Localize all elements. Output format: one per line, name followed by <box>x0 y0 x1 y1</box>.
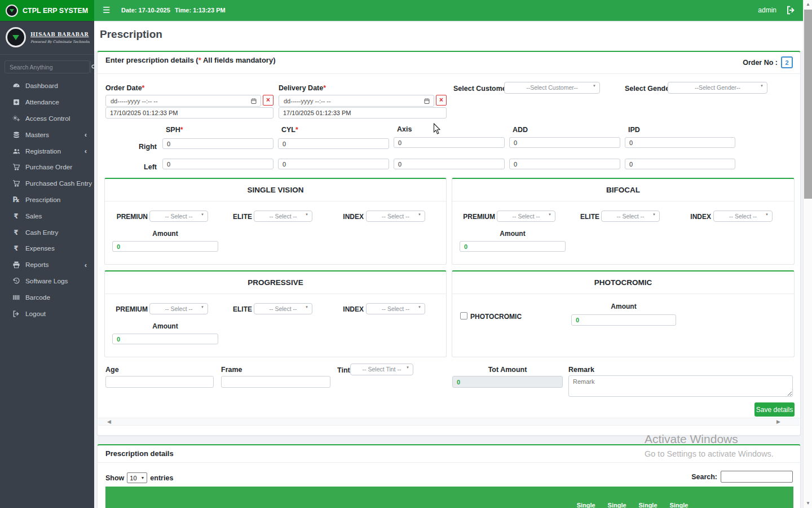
table-search-input[interactable] <box>721 471 793 483</box>
column-header-add[interactable]: ADD▲▼ <box>473 487 498 508</box>
left-sph-input[interactable] <box>162 159 273 169</box>
column-header-bifocal[interactable]: Bifocal▲▼ <box>697 487 729 508</box>
column-header-sl-[interactable]: Sl.▲▼ <box>105 487 127 508</box>
bifocal-amount-input[interactable] <box>460 241 566 252</box>
remark-textarea[interactable] <box>568 375 793 397</box>
left-axis-input[interactable] <box>394 159 505 169</box>
progressive-index-select[interactable]: -- Select --▼ <box>366 303 425 314</box>
column-header-blank[interactable]: ▲▼ <box>294 487 317 508</box>
sidebar-item-logout[interactable]: Logout <box>0 305 94 322</box>
column-header-single-vision[interactable]: Single Vision▲▼ <box>573 487 604 508</box>
single-vision-elite-select[interactable]: -- Select --▼ <box>254 211 312 222</box>
age-input[interactable] <box>105 376 214 388</box>
chevron-down-icon: ▼ <box>201 213 204 216</box>
add-column-label: ADD <box>513 126 528 134</box>
left-ipd-input[interactable] <box>625 159 735 169</box>
column-header-add[interactable]: ADD▲▼ <box>498 487 524 508</box>
column-header-cyl[interactable]: CYL▲▼ <box>392 487 418 508</box>
right-sph-input[interactable] <box>162 138 273 149</box>
sidebar-item-purchased-cash-entry[interactable]: Purchased Cash Entry <box>0 176 94 192</box>
scrollbar-thumb[interactable] <box>804 10 812 199</box>
progressive-premium-select[interactable]: -- Select --▼ <box>149 303 208 314</box>
bifocal-elite-select[interactable]: -- Select --▼ <box>601 211 660 222</box>
remark-label: Remark <box>568 366 594 374</box>
logout-icon[interactable] <box>786 5 796 15</box>
column-header-sph[interactable]: SPH▲▼ <box>342 487 367 508</box>
right-axis-input[interactable] <box>394 137 505 148</box>
sidebar-item-reports[interactable]: Reports‹ <box>0 257 94 273</box>
column-header-axis[interactable]: AXIS▲▼ <box>445 487 473 508</box>
single-vision-amount-input[interactable] <box>112 241 218 252</box>
scroll-right-icon[interactable]: ▶ <box>776 419 780 424</box>
hamburger-menu-icon[interactable]: ☰ <box>103 5 110 15</box>
gender-select[interactable]: --Select Gender--▼ <box>668 82 767 94</box>
column-header-cyl[interactable]: CYL▲▼ <box>367 487 392 508</box>
scroll-left-icon[interactable]: ◀ <box>107 419 111 424</box>
clear-delivery-date-button[interactable]: × <box>436 95 447 106</box>
search-icon[interactable] <box>90 61 97 73</box>
column-header-single-vision[interactable]: Single Vision▲▼ <box>636 487 667 508</box>
column-header-single-vision[interactable]: Single Vision▲▼ <box>604 487 636 508</box>
order-date-value-input[interactable] <box>105 107 273 119</box>
left-add-input[interactable] <box>509 159 620 169</box>
sidebar-item-dashboard[interactable]: Dashboard <box>0 78 94 94</box>
delivery-date-picker[interactable]: dd-----yyyy --:-- -- <box>279 95 434 107</box>
bifocal-premium-select[interactable]: -- Select --▼ <box>497 211 555 222</box>
sidebar-item-registration[interactable]: Registration‹ <box>0 143 94 159</box>
single-vision-premium-select[interactable]: -- Select --▼ <box>149 211 208 222</box>
tint-select[interactable]: -- Select Tint --▼ <box>350 364 413 375</box>
sidebar-item-prescription[interactable]: ℞Prescription <box>0 192 94 208</box>
customer-select[interactable]: --Select Customer--▼ <box>504 82 600 94</box>
right-add-input[interactable] <box>509 137 620 148</box>
sidebar-item-purchase-order[interactable]: Purchase Order <box>0 159 94 176</box>
horizontal-scrollbar[interactable]: ◀ ▶ <box>98 418 800 426</box>
delivery-date-value-input[interactable] <box>279 107 447 119</box>
column-header-ipd[interactable]: IPD▲▼ <box>524 487 548 508</box>
progressive-elite-select[interactable]: -- Select --▼ <box>254 303 312 314</box>
sidebar-item-expenses[interactable]: ₹Expenses <box>0 240 94 257</box>
single-vision-index-select[interactable]: -- Select --▼ <box>366 211 425 222</box>
column-label: Single Vision <box>669 502 690 508</box>
bifocal-index-select[interactable]: -- Select --▼ <box>713 211 773 222</box>
rupee-icon: ₹ <box>11 228 21 237</box>
column-header-delivery[interactable]: Delivery▲▼ <box>188 487 225 508</box>
progressive-amount-input[interactable] <box>112 334 218 344</box>
sidebar-item-attendance[interactable]: Attendance <box>0 94 94 111</box>
frame-input[interactable] <box>221 376 330 388</box>
search-input[interactable] <box>5 61 90 73</box>
panel-title: BIFOCAL <box>452 186 794 194</box>
sidebar-item-barcode[interactable]: Barcode <box>0 289 94 305</box>
column-header-order[interactable]: Order▲▼ <box>155 487 188 508</box>
column-header-bifocal[interactable]: Bifocal▲▼ <box>729 487 761 508</box>
column-header-ipd[interactable]: IPD▲▼ <box>548 487 573 508</box>
scroll-down-icon[interactable]: ▼ <box>804 499 812 508</box>
divider <box>105 201 446 202</box>
sidebar-item-software-logs[interactable]: Software Logs <box>0 273 94 290</box>
column-header-sph[interactable]: SPH▲▼ <box>316 487 342 508</box>
column-header-customer[interactable]: Customer▲▼ <box>225 487 267 508</box>
photocromic-checkbox[interactable] <box>460 312 467 319</box>
column-header-blank[interactable]: ▲▼ <box>267 487 294 508</box>
vertical-scrollbar[interactable]: ▲ ▼ <box>803 0 812 508</box>
column-header-bifocal[interactable]: Bifocal▲▼ <box>761 487 793 508</box>
sidebar-item-cash-entry[interactable]: ₹Cash Entry <box>0 224 94 240</box>
photocromic-amount-input[interactable] <box>571 314 676 326</box>
column-header-single-vision[interactable]: Single Vision▲▼ <box>666 487 697 508</box>
history-icon <box>11 277 21 285</box>
sidebar-item-sales[interactable]: ₹Sales <box>0 208 94 224</box>
clear-order-date-button[interactable]: × <box>263 95 273 106</box>
column-header-order[interactable]: Order▲▼ <box>127 487 155 508</box>
save-details-button[interactable]: Save details <box>754 402 795 417</box>
right-cyl-input[interactable] <box>278 138 389 149</box>
sidebar-item-masters[interactable]: Masters‹ <box>0 126 94 143</box>
user-menu[interactable]: admin <box>758 6 776 14</box>
sidebar-item-access-control[interactable]: Access Control <box>0 111 94 127</box>
entries-select[interactable]: 10▼ <box>127 472 147 483</box>
left-cyl-input[interactable] <box>278 159 389 169</box>
order-date-picker[interactable]: dd-----yyyy --:-- -- <box>105 95 261 107</box>
sph-column-label: SPH* <box>166 126 183 134</box>
sidebar-item-label: Access Control <box>25 115 70 122</box>
column-header-axis[interactable]: AXIS▲▼ <box>418 487 445 508</box>
right-ipd-input[interactable] <box>625 137 735 148</box>
scroll-up-icon[interactable]: ▲ <box>804 0 812 9</box>
